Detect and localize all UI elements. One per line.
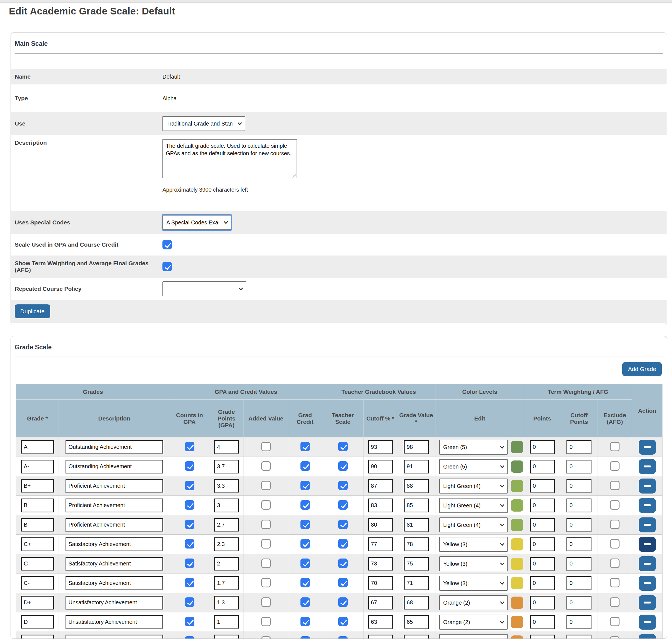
counts-in-gpa-checkbox[interactable] — [185, 559, 194, 568]
color-level-select[interactable]: Green (5) — [439, 459, 508, 474]
cutoff-points-input[interactable] — [566, 499, 591, 513]
exclude-afg-checkbox[interactable] — [610, 559, 619, 568]
term-weighting-checkbox[interactable] — [162, 262, 172, 271]
grade-value-input[interactable] — [404, 615, 429, 629]
cutoff-percent-input[interactable] — [368, 460, 393, 474]
cutoff-percent-input[interactable] — [368, 479, 393, 493]
teacher-scale-checkbox[interactable] — [338, 617, 348, 626]
exclude-afg-checkbox[interactable] — [610, 481, 619, 490]
added-value-checkbox[interactable] — [261, 597, 271, 607]
cutoff-points-input[interactable] — [566, 576, 591, 590]
exclude-afg-checkbox[interactable] — [610, 636, 619, 639]
description-textarea[interactable] — [162, 139, 297, 178]
cutoff-points-input[interactable] — [566, 479, 591, 493]
remove-grade-button[interactable] — [639, 440, 656, 455]
grade-value-input[interactable] — [404, 635, 429, 639]
description-input[interactable] — [66, 499, 163, 513]
description-input[interactable] — [66, 460, 163, 474]
grade-value-input[interactable] — [404, 596, 429, 610]
grade-value-input[interactable] — [404, 440, 429, 454]
remove-grade-button[interactable] — [639, 478, 656, 493]
grad-credit-checkbox[interactable] — [300, 597, 310, 607]
description-input[interactable] — [66, 576, 163, 590]
grade-value-input[interactable] — [404, 499, 429, 513]
grade-input[interactable] — [21, 499, 54, 513]
grade-points-input[interactable] — [214, 615, 239, 629]
resize-grip-icon[interactable] — [292, 173, 296, 177]
exclude-afg-checkbox[interactable] — [610, 617, 619, 626]
cutoff-percent-input[interactable] — [368, 557, 393, 571]
exclude-afg-checkbox[interactable] — [610, 461, 619, 471]
grade-points-input[interactable] — [214, 499, 239, 513]
cutoff-points-input[interactable] — [566, 557, 591, 571]
counts-in-gpa-checkbox[interactable] — [185, 578, 194, 587]
description-input[interactable] — [66, 557, 163, 571]
grade-value-input[interactable] — [404, 557, 429, 571]
grade-points-input[interactable] — [214, 596, 239, 610]
special-codes-select[interactable]: A Special Codes Example — [162, 215, 231, 230]
remove-grade-button[interactable] — [639, 556, 656, 571]
color-level-select[interactable]: Green (5) — [439, 440, 508, 455]
grade-points-input[interactable] — [214, 479, 239, 493]
remove-grade-button[interactable] — [639, 595, 656, 610]
teacher-scale-checkbox[interactable] — [338, 559, 348, 568]
duplicate-button[interactable]: Duplicate — [15, 304, 50, 318]
grade-points-input[interactable] — [214, 537, 239, 551]
grade-value-input[interactable] — [404, 479, 429, 493]
grade-input[interactable] — [21, 537, 54, 551]
exclude-afg-checkbox[interactable] — [610, 500, 619, 510]
counts-in-gpa-checkbox[interactable] — [185, 597, 194, 607]
grade-input[interactable] — [21, 518, 54, 532]
exclude-afg-checkbox[interactable] — [610, 597, 619, 607]
counts-in-gpa-checkbox[interactable] — [185, 617, 194, 626]
cutoff-percent-input[interactable] — [368, 518, 393, 532]
counts-in-gpa-checkbox[interactable] — [185, 636, 194, 639]
grad-credit-checkbox[interactable] — [300, 578, 310, 587]
added-value-checkbox[interactable] — [261, 442, 271, 451]
points-input[interactable] — [530, 537, 555, 551]
counts-in-gpa-checkbox[interactable] — [185, 539, 194, 548]
teacher-scale-checkbox[interactable] — [338, 500, 348, 510]
grade-input[interactable] — [21, 615, 54, 629]
color-level-select[interactable]: Orange (2) — [439, 595, 508, 610]
description-input[interactable] — [66, 479, 163, 493]
added-value-checkbox[interactable] — [261, 461, 271, 471]
cutoff-percent-input[interactable] — [368, 440, 393, 454]
cutoff-percent-input[interactable] — [368, 596, 393, 610]
color-level-select[interactable]: Orange (2) — [439, 615, 508, 630]
color-level-select[interactable]: Yellow (3) — [439, 576, 508, 591]
exclude-afg-checkbox[interactable] — [610, 578, 619, 587]
grade-points-input[interactable] — [214, 460, 239, 474]
color-level-select[interactable]: Light Green (4) — [439, 498, 508, 513]
grad-credit-checkbox[interactable] — [300, 617, 310, 626]
grade-points-input[interactable] — [214, 576, 239, 590]
cutoff-points-input[interactable] — [566, 615, 591, 629]
teacher-scale-checkbox[interactable] — [338, 520, 348, 529]
add-grade-button[interactable]: Add Grade — [622, 362, 662, 376]
cutoff-percent-input[interactable] — [368, 537, 393, 551]
exclude-afg-checkbox[interactable] — [610, 520, 619, 529]
points-input[interactable] — [530, 479, 555, 493]
color-level-select[interactable]: Yellow (3) — [439, 537, 508, 552]
added-value-checkbox[interactable] — [261, 520, 271, 529]
grade-input[interactable] — [21, 635, 54, 639]
points-input[interactable] — [530, 440, 555, 454]
cutoff-points-input[interactable] — [566, 460, 591, 474]
teacher-scale-checkbox[interactable] — [338, 636, 348, 639]
color-level-select[interactable]: Light Green (4) — [439, 517, 508, 532]
added-value-checkbox[interactable] — [261, 559, 271, 568]
cutoff-points-input[interactable] — [566, 440, 591, 454]
counts-in-gpa-checkbox[interactable] — [185, 442, 194, 451]
added-value-checkbox[interactable] — [261, 617, 271, 626]
added-value-checkbox[interactable] — [261, 636, 271, 639]
use-select[interactable]: Traditional Grade and Standards — [162, 116, 245, 131]
color-level-select[interactable]: Yellow (3) — [439, 556, 508, 571]
cutoff-percent-input[interactable] — [368, 615, 393, 629]
points-input[interactable] — [530, 518, 555, 532]
remove-grade-button[interactable] — [639, 634, 656, 639]
grade-input[interactable] — [21, 440, 54, 454]
grade-input[interactable] — [21, 557, 54, 571]
description-input[interactable] — [66, 596, 163, 610]
grade-value-input[interactable] — [404, 576, 429, 590]
grade-points-input[interactable] — [214, 635, 239, 639]
